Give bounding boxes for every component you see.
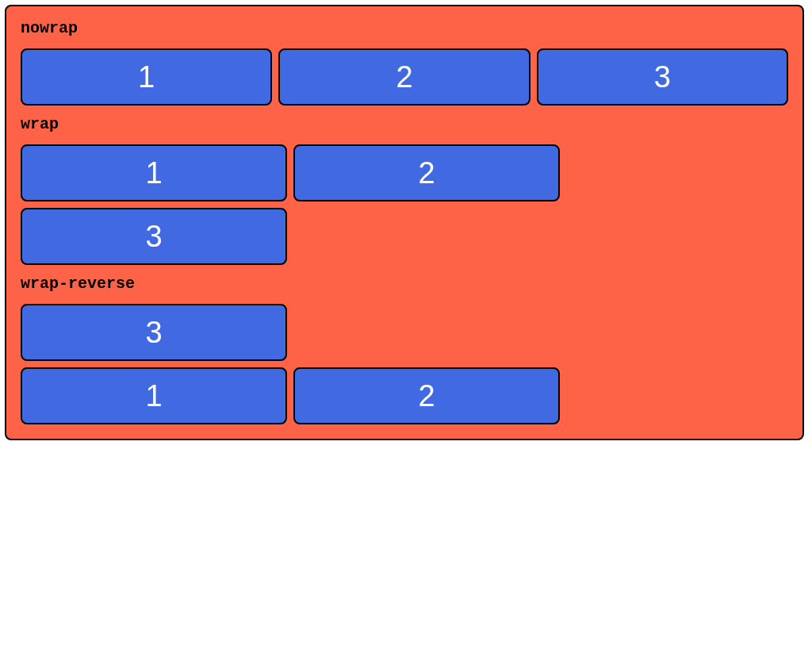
flex-wrap-demo-container: nowrap 1 2 3 wrap 1 2 3 wrap-reverse 1 2… <box>5 5 804 440</box>
wrap-row: 1 2 3 <box>21 144 560 265</box>
wrap-label: wrap <box>21 115 788 133</box>
wrap-reverse-label: wrap-reverse <box>21 274 788 293</box>
wrap-reverse-box: 2 <box>293 367 560 424</box>
nowrap-section: nowrap 1 2 3 <box>21 19 788 106</box>
nowrap-box: 1 <box>21 48 272 106</box>
wrap-box: 3 <box>21 208 287 265</box>
wrap-section: wrap 1 2 3 <box>21 115 788 265</box>
wrap-box: 1 <box>21 144 287 202</box>
wrap-reverse-box: 3 <box>21 304 287 361</box>
nowrap-box: 2 <box>278 48 530 106</box>
nowrap-box: 3 <box>537 48 788 106</box>
wrap-box: 2 <box>293 144 560 202</box>
wrap-reverse-row: 1 2 3 <box>21 304 560 424</box>
wrap-reverse-section: wrap-reverse 1 2 3 <box>21 274 788 424</box>
wrap-reverse-box: 1 <box>21 367 287 424</box>
nowrap-label: nowrap <box>21 19 788 37</box>
nowrap-row: 1 2 3 <box>21 48 788 106</box>
